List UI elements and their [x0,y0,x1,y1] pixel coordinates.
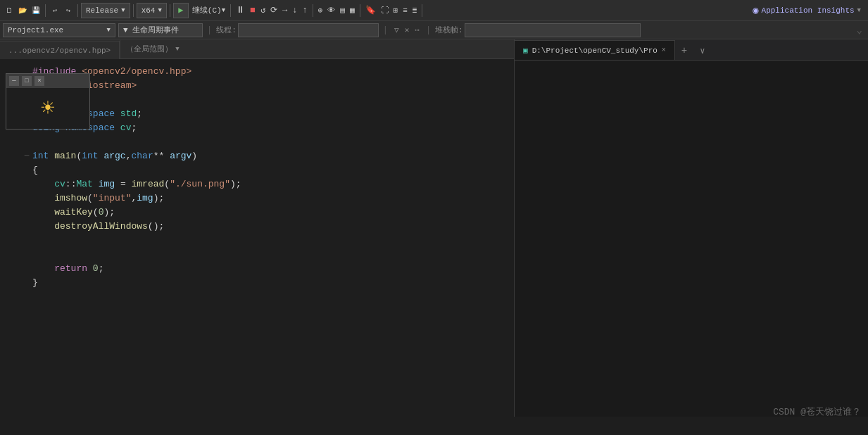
stop-icon[interactable]: ■ [248,3,258,18]
arch-label: x64 [141,6,156,15]
right-tab-bar: ▣ D:\Project\openCV_study\Pro × + ∨ [515,39,868,61]
right-tab-icon: ▣ [523,46,528,55]
file-toolbar-group: 🗋 📂 💾 [3,4,42,17]
main-area: ...opencv2/opencv.hpp> （全局范围） ▼ — □ × ☀ [0,39,868,417]
filter3-icon[interactable]: ⋯ [413,23,422,38]
toolbar2-expand-icon[interactable]: ⌄ [854,24,865,36]
arch-dropdown[interactable]: x64 ▼ [137,3,167,18]
pause-icon[interactable]: ⏸ [234,3,247,18]
lifecycle-label: ▼ 生命周期事件 [123,25,179,35]
code-line [0,234,514,248]
debug-tools: ⊕ 👁 ▤ ▦ [316,3,357,18]
process-dropdown[interactable]: Project1.exe ▼ [3,23,115,37]
callstack-input[interactable] [465,23,641,37]
code-line: destroyAllWindows(); [0,220,514,234]
code-line: — int main(int argc,char** argv) [0,149,514,163]
scope-arrow-icon: ▼ [175,46,179,53]
app-insights-button[interactable]: ◉ Application Insights ▼ [748,4,865,16]
play-button[interactable]: ▶ [173,3,189,18]
process-dropdown-icon: ▼ [107,27,111,34]
step-out-icon[interactable]: ↑ [301,3,310,18]
reload-icon[interactable]: ⟳ [268,3,279,18]
sep6 [313,4,313,17]
nav-icon[interactable]: ⛶ [379,3,391,18]
nav2-icon[interactable]: ⊞ [391,3,401,18]
code-line: waitKey(0); [0,206,514,220]
right-panel: ▣ D:\Project\openCV_study\Pro × + ∨ [514,39,868,417]
thread-input[interactable] [238,23,379,37]
app-insights-arrow-icon: ▼ [857,7,861,14]
undo-redo-group: ↩ ↪ [49,4,75,17]
preview-close-icon[interactable]: × [34,76,44,86]
file-tab-opencv[interactable]: ...opencv2/opencv.hpp> [0,41,120,59]
code-line [0,248,514,262]
sep3 [133,4,134,17]
preview-window: — □ × ☀ [6,73,90,130]
config-arrow-icon: ▼ [121,7,125,14]
nav3-icon[interactable]: ≡ [401,3,410,18]
sun-icon: ☀ [41,94,54,122]
save-icon[interactable]: 💾 [30,4,42,17]
nav-tools: 🔖 ⛶ ⊞ ≡ ≣ [363,3,420,18]
open-file-icon[interactable]: 📂 [16,4,29,17]
step-over-icon[interactable]: → [280,3,289,18]
continue-label: 继续(C) [192,5,222,15]
breakpoint-icon[interactable]: ⊕ [316,3,325,18]
preview-restore-icon[interactable]: □ [22,76,32,86]
editor-tab-bar: ...opencv2/opencv.hpp> （全局范围） ▼ [0,39,514,59]
restart-icon[interactable]: ↺ [258,3,268,18]
preview-content: ☀ [6,88,89,129]
code-line: cv::Mat img = imread("./sun.png"); [0,177,514,191]
main-toolbar: 🗋 📂 💾 ↩ ↪ Release ▼ x64 ▼ ▶ 继续(C) ▼ ⏸ ■ … [0,0,868,21]
redo-icon[interactable]: ↪ [62,4,75,17]
scope-label: （全局范围） [126,44,172,54]
right-tab-dropdown-button[interactable]: ∨ [693,42,712,60]
code-line: imshow("input",img); [0,191,514,206]
step-into-icon[interactable]: ↓ [290,3,299,18]
debug-filter-row: ▼ 生命周期事件 | 线程: | ▽ ✕ ⋯ | 堆栈帧: [118,23,851,38]
thread-label: 线程: [216,25,237,35]
app-insights-label: Application Insights [762,6,855,15]
filter2-icon[interactable]: ✕ [403,23,412,38]
right-tab-add-button[interactable]: + [675,42,693,60]
process-label: Project1.exe [8,26,63,34]
sep1 [45,4,46,17]
continue-dropdown-icon: ▼ [222,7,225,14]
watch-icon[interactable]: 👁 [325,3,337,18]
preview-minimize-icon[interactable]: — [9,76,19,86]
config-dropdown[interactable]: Release ▼ [81,3,130,18]
sep-pipe2: | [380,25,391,35]
csdn-watermark: CSDN @苍天饶过谁？ [773,405,861,418]
nav4-icon[interactable]: ≣ [410,3,420,18]
new-file-icon[interactable]: 🗋 [3,4,15,17]
filter-icon[interactable]: ▽ [392,23,401,38]
continue-button[interactable]: 继续(C) ▼ [190,3,227,18]
code-editor: ...opencv2/opencv.hpp> （全局范围） ▼ — □ × ☀ [0,39,514,417]
register-icon[interactable]: ▦ [348,3,357,18]
app-insights-dot-icon: ◉ [753,4,758,16]
memory-icon[interactable]: ▤ [338,3,347,18]
config-label: Release [86,6,118,15]
bookmark-icon[interactable]: 🔖 [363,3,378,18]
preview-titlebar: — □ × [6,74,89,88]
undo-icon[interactable]: ↩ [49,4,61,17]
file-tab-label: ...opencv2/opencv.hpp> [8,46,111,55]
callstack-label: 堆栈帧: [435,25,463,35]
code-line: return 0; [0,262,514,276]
arch-arrow-icon: ▼ [158,7,161,14]
right-tab-file[interactable]: ▣ D:\Project\openCV_study\Pro × [515,40,675,60]
debug-controls: ⏸ ■ ↺ ⟳ → ↓ ↑ [234,3,310,18]
code-line: } [0,276,514,290]
right-panel-content [515,61,868,417]
sep7 [360,4,360,17]
preview-titlebar-icons: — □ × [9,76,44,86]
scope-dropdown[interactable]: （全局范围） ▼ [120,40,184,58]
sep5 [230,4,231,17]
lifecycle-dropdown[interactable]: ▼ 生命周期事件 [118,23,203,37]
csdn-watermark-text: CSDN @苍天饶过谁？ [773,407,861,417]
code-line: { [0,163,514,177]
debug-toolbar: Project1.exe ▼ ▼ 生命周期事件 | 线程: | ▽ ✕ ⋯ | … [0,21,868,39]
sep-pipe: | [204,25,215,35]
right-tab-close-icon[interactable]: × [662,46,666,54]
sep2 [77,4,78,17]
